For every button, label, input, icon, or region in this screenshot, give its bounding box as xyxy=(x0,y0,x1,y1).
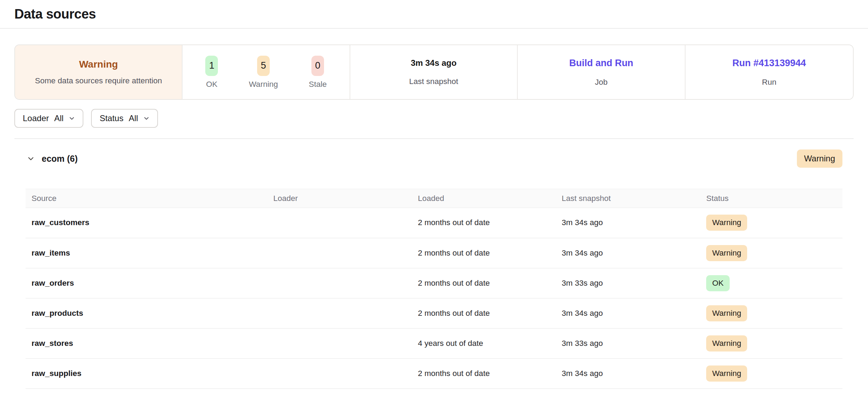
warning-count-label: Warning xyxy=(249,80,278,89)
status-filter-value: All xyxy=(129,113,138,123)
section-title: ecom (6) xyxy=(42,154,78,164)
source-cell: raw_orders xyxy=(26,268,267,298)
last-snapshot-cell: 3m 34s ago xyxy=(556,298,700,328)
run-label: Run xyxy=(762,78,776,87)
table-row[interactable]: raw_products2 months out of date3m 34s a… xyxy=(26,298,842,328)
main-content: Warning Some data sources require attent… xyxy=(0,44,868,389)
counts-card: 1 OK 5 Warning 0 Stale xyxy=(182,45,350,99)
loader-cell xyxy=(267,328,412,358)
status-badge: Warning xyxy=(706,305,747,321)
last-snapshot-cell: 3m 34s ago xyxy=(556,358,700,389)
loader-cell xyxy=(267,208,412,238)
column-header-loader: Loader xyxy=(267,189,412,208)
filters-bar: Loader All Status All xyxy=(14,109,854,128)
loader-filter-button[interactable]: Loader All xyxy=(14,109,83,128)
column-header-last-snapshot: Last snapshot xyxy=(556,189,700,208)
ok-count-label: OK xyxy=(206,80,218,89)
status-badge: OK xyxy=(706,275,730,291)
loader-cell xyxy=(267,358,412,389)
source-cell: raw_stores xyxy=(26,328,267,358)
source-cell: raw_customers xyxy=(26,208,267,238)
table-body: raw_customers2 months out of date3m 34s … xyxy=(26,208,842,389)
chevron-down-icon xyxy=(143,115,150,121)
loaded-cell: 4 years out of date xyxy=(412,328,556,358)
source-cell: raw_products xyxy=(26,298,267,328)
sources-table-wrap: Source Loader Loaded Last snapshot Statu… xyxy=(14,189,854,389)
last-snapshot-card: 3m 34s ago Last snapshot xyxy=(350,45,518,99)
source-cell: raw_items xyxy=(26,238,267,268)
status-cell: Warning xyxy=(700,328,842,358)
status-cell: Warning xyxy=(700,298,842,328)
table-row[interactable]: raw_items2 months out of date3m 34s agoW… xyxy=(26,238,842,268)
collapse-section-button[interactable] xyxy=(26,153,36,164)
page-header: Data sources xyxy=(0,0,868,29)
last-snapshot-value: 3m 34s ago xyxy=(411,58,457,68)
table-row[interactable]: raw_supplies2 months out of date3m 34s a… xyxy=(26,358,842,389)
table-row[interactable]: raw_stores4 years out of date3m 33s agoW… xyxy=(26,328,842,358)
overall-status-title: Warning xyxy=(79,59,118,70)
status-badge: Warning xyxy=(706,245,747,261)
job-link[interactable]: Build and Run xyxy=(569,58,633,69)
section-status-badge: Warning xyxy=(797,149,842,168)
loader-cell xyxy=(267,268,412,298)
status-cell: Warning xyxy=(700,238,842,268)
section-header-ecom: ecom (6) Warning xyxy=(14,149,854,168)
overall-status-card: Warning Some data sources require attent… xyxy=(15,45,182,99)
chevron-down-icon xyxy=(27,155,35,162)
stat-warning: 5 Warning xyxy=(249,56,278,89)
ok-count-pill: 1 xyxy=(205,56,218,76)
loaded-cell: 2 months out of date xyxy=(412,358,556,389)
stale-count-label: Stale xyxy=(309,80,326,89)
loaded-cell: 2 months out of date xyxy=(412,298,556,328)
overall-status-subtitle: Some data sources require attention xyxy=(35,76,162,85)
loaded-cell: 2 months out of date xyxy=(412,208,556,238)
page-title: Data sources xyxy=(14,7,96,22)
loaded-cell: 2 months out of date xyxy=(412,268,556,298)
loader-cell xyxy=(267,238,412,268)
stat-stale: 0 Stale xyxy=(309,56,326,89)
stale-count-pill: 0 xyxy=(311,56,324,76)
filters-divider xyxy=(14,138,854,139)
status-counts: 1 OK 5 Warning 0 Stale xyxy=(205,56,326,89)
status-badge: Warning xyxy=(706,335,747,351)
status-cell: Warning xyxy=(700,358,842,389)
sources-table: Source Loader Loaded Last snapshot Statu… xyxy=(26,189,842,389)
table-header-row: Source Loader Loaded Last snapshot Statu… xyxy=(26,189,842,208)
last-snapshot-label: Last snapshot xyxy=(409,77,458,86)
column-header-source: Source xyxy=(26,189,267,208)
status-badge: Warning xyxy=(706,215,747,231)
last-snapshot-cell: 3m 34s ago xyxy=(556,208,700,238)
last-snapshot-cell: 3m 34s ago xyxy=(556,238,700,268)
run-link[interactable]: Run #413139944 xyxy=(732,58,806,69)
stat-ok: 1 OK xyxy=(205,56,218,89)
loaded-cell: 2 months out of date xyxy=(412,238,556,268)
warning-count-pill: 5 xyxy=(257,56,270,76)
loader-filter-value: All xyxy=(54,113,64,123)
status-filter-label: Status xyxy=(99,113,123,123)
job-card: Build and Run Job xyxy=(518,45,685,99)
loader-filter-label: Loader xyxy=(23,113,49,123)
status-cell: Warning xyxy=(700,208,842,238)
column-header-loaded: Loaded xyxy=(412,189,556,208)
source-cell: raw_supplies xyxy=(26,358,267,389)
status-filter-button[interactable]: Status All xyxy=(91,109,158,128)
run-card: Run #413139944 Run xyxy=(686,45,853,99)
last-snapshot-cell: 3m 33s ago xyxy=(556,328,700,358)
summary-cards: Warning Some data sources require attent… xyxy=(14,44,854,100)
status-badge: Warning xyxy=(706,365,747,382)
chevron-down-icon xyxy=(69,115,75,121)
table-row[interactable]: raw_orders2 months out of date3m 33s ago… xyxy=(26,268,842,298)
table-row[interactable]: raw_customers2 months out of date3m 34s … xyxy=(26,208,842,238)
status-cell: OK xyxy=(700,268,842,298)
job-label: Job xyxy=(595,78,607,87)
last-snapshot-cell: 3m 33s ago xyxy=(556,268,700,298)
loader-cell xyxy=(267,298,412,328)
column-header-status: Status xyxy=(700,189,842,208)
